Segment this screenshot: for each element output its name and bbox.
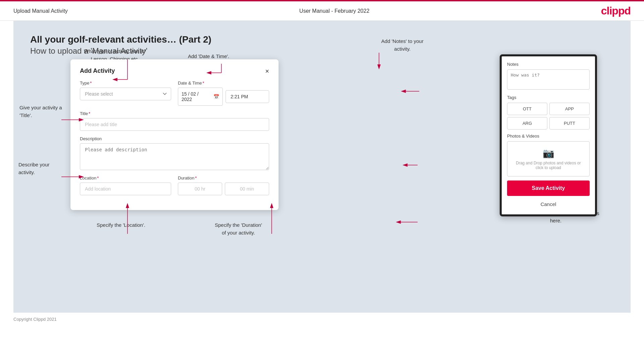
description-group: Description xyxy=(80,136,269,170)
form-row-location-duration: Location* Duration* xyxy=(80,175,269,195)
phone-mockup: Notes Tags OTT APP ARG PUTT Photos & Vid… xyxy=(500,54,597,216)
form-row-type-date: Type* Please select Date & Time* 15 / 02… xyxy=(80,81,269,106)
manual-title: User Manual - February 2022 xyxy=(299,8,369,14)
photos-section-label: Photos & Videos xyxy=(507,134,590,139)
dialog-header: Add Activity × xyxy=(80,67,269,74)
annotation-location: Specify the 'Location'. xyxy=(97,221,145,229)
notes-section-label: Notes xyxy=(507,62,590,67)
date-time-row: 15 / 02 / 2022 📅 2:21 PM xyxy=(178,88,269,106)
datetime-label: Date & Time* xyxy=(178,81,269,86)
logo: clippd xyxy=(601,5,631,17)
page-title: All your golf-relevant activities… (Part… xyxy=(30,34,614,45)
upload-text: Drag and Drop photos and videos or click… xyxy=(513,161,583,170)
annotation-describe: Describe your activity. xyxy=(18,161,65,176)
footer: Copyright Clippd 2021 xyxy=(0,313,644,326)
location-label: Location* xyxy=(80,175,171,180)
type-group: Type* Please select xyxy=(80,81,171,106)
add-activity-dialog: Add Activity × Type* Please select Date … xyxy=(70,59,279,210)
duration-label: Duration* xyxy=(178,175,269,180)
description-textarea[interactable] xyxy=(80,143,269,170)
title-field-label: Title* xyxy=(80,111,269,116)
duration-group: Duration* xyxy=(178,175,269,195)
tag-arg[interactable]: ARG xyxy=(507,117,547,130)
tag-ott[interactable]: OTT xyxy=(507,103,547,115)
type-select[interactable]: Please select xyxy=(80,88,171,100)
photo-upload-area[interactable]: 📷 Drag and Drop photos and videos or cli… xyxy=(507,141,590,176)
form-row-description: Description xyxy=(80,136,269,170)
page-label: Upload Manual Activity xyxy=(13,8,68,14)
footer-text: Copyright Clippd 2021 xyxy=(13,317,57,322)
type-label: Type* xyxy=(80,81,171,86)
svg-marker-15 xyxy=(377,64,381,69)
time-input[interactable]: 2:21 PM xyxy=(226,90,269,103)
form-row-title: Title* xyxy=(80,111,269,131)
tags-grid: OTT APP ARG PUTT xyxy=(507,103,590,130)
datetime-group: Date & Time* 15 / 02 / 2022 📅 2:21 PM xyxy=(178,81,269,106)
title-group: Title* xyxy=(80,111,269,131)
duration-row xyxy=(178,183,269,195)
annotation-title: Give your activity a 'Title'. xyxy=(19,104,66,119)
photo-icon: 📷 xyxy=(543,148,554,159)
tags-section-label: Tags xyxy=(507,95,590,100)
notes-textarea[interactable] xyxy=(507,69,590,90)
dialog-title: Add Activity xyxy=(80,67,115,74)
title-input[interactable] xyxy=(80,118,269,131)
description-label: Description xyxy=(80,136,269,141)
phone-screen: Notes Tags OTT APP ARG PUTT Photos & Vid… xyxy=(502,56,595,214)
save-activity-button[interactable]: Save Activity xyxy=(507,180,590,196)
svg-marker-19 xyxy=(402,163,407,167)
top-bar: Upload Manual Activity User Manual - Feb… xyxy=(0,0,644,21)
date-input[interactable]: 15 / 02 / 2022 📅 xyxy=(178,88,223,106)
location-group: Location* xyxy=(80,175,171,195)
tag-putt[interactable]: PUTT xyxy=(549,117,590,130)
annotation-duration: Specify the 'Duration' of your activity. xyxy=(215,221,262,237)
close-button[interactable]: × xyxy=(265,68,269,74)
annotation-notes: Add 'Notes' to your activity. xyxy=(369,38,436,53)
main-content: All your golf-relevant activities… (Part… xyxy=(13,21,631,313)
duration-min-input[interactable] xyxy=(225,183,269,195)
duration-hr-input[interactable] xyxy=(178,183,222,195)
tag-app[interactable]: APP xyxy=(549,103,590,115)
svg-marker-17 xyxy=(401,90,406,93)
cancel-button[interactable]: Cancel xyxy=(507,199,590,209)
svg-marker-21 xyxy=(396,220,401,224)
location-input[interactable] xyxy=(80,183,171,195)
